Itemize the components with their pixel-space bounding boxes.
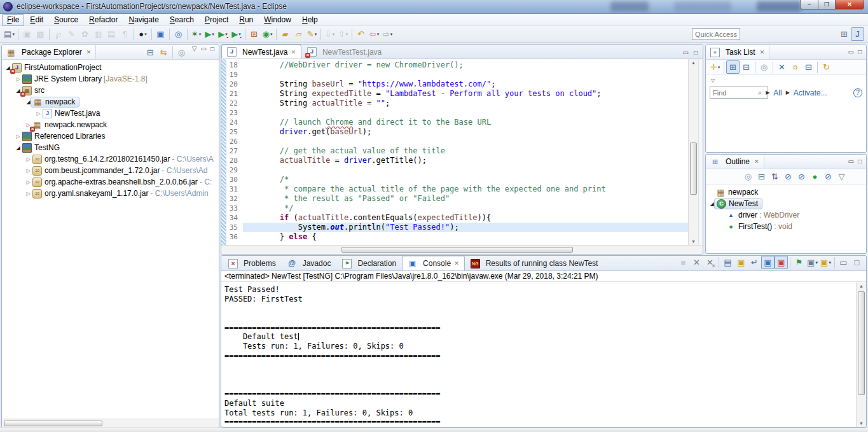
display-selected-console-icon[interactable]: ▣▾ [806,256,819,269]
key-icon[interactable]: ℘ [52,27,65,41]
expand-twisty-icon[interactable]: ▷ [24,168,32,174]
run-last-icon[interactable]: ▶▪▾ [216,27,230,41]
console-tab-console[interactable]: ▣Console✕ [402,256,465,270]
collapse-all-icon[interactable]: ⊟ [802,60,815,74]
expand-all-filter-icon[interactable]: ▶ [766,90,769,95]
code-line-34[interactable]: 34 if (actualTitle.contentEquals(expecte… [226,213,688,223]
menu-window[interactable]: Window [259,14,296,26]
new-java-package-icon[interactable]: ⊞ [247,27,261,41]
user-profile-icon[interactable]: ●▾ [136,27,149,41]
view-menu-caret[interactable]: ▽ [192,46,197,59]
code-line-30[interactable]: 30 /* [226,175,688,185]
save-icon[interactable]: ▣ [20,27,34,41]
code-line-29[interactable]: 29 [226,165,688,175]
collapse-twisty-icon[interactable]: ◢ [14,145,22,151]
tree-item-jre-system-library[interactable]: ▷JRE System Library [JavaSE-1.8] [2,73,219,85]
close-view-icon[interactable]: ✕ [754,158,759,165]
hide-fields-icon[interactable]: ⊘ [782,170,795,183]
code-line-28[interactable]: 28 actualTitle = driver.getTitle(); [226,156,688,165]
tree-item-newpack[interactable]: ◢▦newpack [2,96,219,108]
filter-all-link[interactable]: All [773,88,782,97]
tree-item-newtest-java[interactable]: ▷JNewTest.java [2,108,219,119]
console-tab-javadoc[interactable]: @Javadoc [282,256,337,270]
tree-item-src[interactable]: ◢▦src [2,85,219,96]
run-icon[interactable]: ▶▾ [203,27,216,41]
tree-item-newtest[interactable]: ◢CNewTest [706,198,866,209]
show-whitespace-icon[interactable]: ¶ [118,27,132,41]
show-on-stdout-icon[interactable]: ▣ [761,256,775,269]
package-explorer-hscrollbar[interactable] [2,419,219,428]
code-line-19[interactable]: 19 [226,70,688,80]
minimize-view-icon[interactable]: ▭ [837,256,850,269]
expand-twisty-icon[interactable]: ▷ [24,179,32,185]
close-tab-icon[interactable]: ✕ [291,49,296,55]
code-line-25[interactable]: 25 driver.get(baseUrl); [226,127,688,137]
menu-source[interactable]: Source [49,14,83,26]
open-perspective-icon[interactable]: ⊞ [837,27,851,41]
save-all-icon[interactable]: ▩ [34,27,47,41]
forward-icon[interactable]: ⇨▾ [381,27,394,41]
maximize-view-icon[interactable]: □ [858,49,862,55]
remove-all-terminated-icon[interactable]: ✕✕ [703,256,717,269]
editor-tab-newtest-java[interactable]: JNewTest.java✕ [221,45,301,59]
menu-edit[interactable]: Edit [25,14,48,26]
code-editor[interactable]: 18 //WebDriver driver = new ChromeDriver… [226,59,688,245]
show-on-stderr-icon[interactable]: ▣ [775,256,788,269]
expand-twisty-icon[interactable]: ▷ [14,134,22,139]
tree-item-referenced-libraries[interactable]: ▷Referenced Libraries [2,130,219,142]
editor-hscrollbar[interactable] [221,245,703,254]
activate-task-link[interactable]: Activate... [794,88,827,97]
code-line-23[interactable]: 23 [226,108,688,118]
quick-access-input[interactable] [692,28,740,40]
profile-icon[interactable]: ▶▪▾ [230,27,243,41]
next-annotation-icon[interactable]: ⇩▾ [323,27,336,41]
task-list-tab[interactable]: ≡ Task List ✕ [706,45,769,59]
minimize-view-icon[interactable]: ▭ [848,158,854,165]
tree-item-org-yaml-snakeyaml-1-17-0-jar[interactable]: ▷10org.yaml.snakeyaml_1.17.0.jar - C:\Us… [2,188,219,199]
focus-on-workweek-icon[interactable]: ¤ [789,60,802,74]
help-icon[interactable]: ? [853,88,862,97]
link-with-editor-icon[interactable]: ⇆ [157,46,170,59]
tree-item-org-apache-extras-beanshell-bsh-2-0-0-b6-jar[interactable]: ▷10org.apache-extras.beanshell.bsh_2.0.0… [2,176,219,188]
minimize-editor-icon[interactable]: ▭ [683,50,689,56]
code-line-31[interactable]: 31 * compare the actual title of the pag… [226,185,688,194]
console-tab-problems[interactable]: ✕Problems [223,256,282,270]
new-wizard-icon[interactable]: ▤▾ [3,27,16,41]
maximize-editor-icon[interactable]: □ [694,50,698,56]
previous-annotation-icon[interactable]: ⇧▾ [336,27,350,41]
code-line-27[interactable]: 27 // get the actual value of the title [226,146,688,156]
hide-static-members-icon[interactable]: ⊘ [795,170,808,183]
editor-vscrollbar[interactable]: ▲ ▼ [688,59,698,245]
collapse-all-icon[interactable]: ⊟ [755,170,768,183]
code-line-22[interactable]: 22 String actualTitle = ""; [226,99,688,108]
menu-help[interactable]: Help [297,14,323,26]
console-monitor-icon[interactable]: ▣ [154,27,167,41]
code-line-35[interactable]: 35 System.out.println("Test Passed!"); [226,223,688,232]
collapse-all-icon[interactable]: ⊟ [144,46,157,59]
minimize-view-icon[interactable]: ▭ [848,49,854,55]
maximize-view-icon[interactable]: □ [858,158,862,165]
code-line-18[interactable]: 18 //WebDriver driver = new ChromeDriver… [226,60,688,70]
scheduled-presentation-icon[interactable]: ⊟ [740,60,753,74]
show-public-only-icon[interactable]: ● [808,170,822,183]
expand-twisty-icon[interactable]: ▷ [34,111,43,116]
view-menu-icon[interactable]: ◎ [757,60,771,74]
code-line-36[interactable]: 36 } else { [226,232,688,242]
view-menu-icon[interactable]: ◎ [175,46,188,59]
hide-completed-icon[interactable]: ✕ [775,60,789,74]
tree-item-driver[interactable]: ▲driver : WebDriver [706,209,866,221]
tree-item-firsttest-[interactable]: ●FirstTest() : void [706,221,866,232]
window-maximize-button[interactable]: ❐ [818,0,836,10]
pin-console-icon[interactable]: ⚑ [792,256,806,269]
close-view-icon[interactable]: ✕ [86,49,92,55]
expand-activate-icon[interactable]: ▶ [786,90,790,95]
tree-item-org-testng-6-14-2-r201802161450-jar[interactable]: ▷10org.testng_6.14.2.r201802161450.jar -… [2,153,219,165]
terminate-icon[interactable]: ■ [677,256,690,269]
menu-caret-icon[interactable]: ▽ [835,170,848,183]
tree-item-testng[interactable]: ◢TestNG [2,142,219,153]
console-tab-results[interactable]: NGResults of running class NewTest [465,256,604,270]
scroll-lock-icon[interactable]: ▣ [734,256,748,269]
code-line-24[interactable]: 24 // launch Chrome and direct it to the… [226,118,688,127]
word-wrap-icon[interactable]: ↵ [748,256,761,269]
window-minimize-button[interactable]: ‒ [800,0,818,10]
